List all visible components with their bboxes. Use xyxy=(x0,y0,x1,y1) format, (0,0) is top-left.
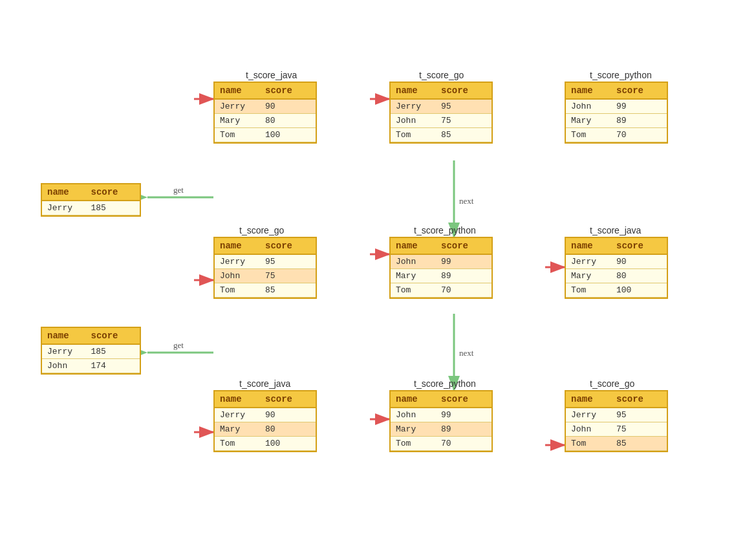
header-name: name xyxy=(571,394,616,404)
header-score: score xyxy=(91,331,135,341)
cell-score: 100 xyxy=(265,130,310,140)
label-t3-java: t_score_java xyxy=(239,378,290,389)
cell-score: 90 xyxy=(616,257,662,267)
cell-name: Jerry xyxy=(47,347,91,356)
cell-score: 70 xyxy=(441,285,486,295)
cell-score: 85 xyxy=(616,439,662,448)
cell-score: 75 xyxy=(265,271,310,281)
header-score: score xyxy=(265,85,310,96)
table-row: Tom 100 xyxy=(215,128,316,142)
header-name: name xyxy=(396,85,441,96)
header-score: score xyxy=(441,85,486,96)
table-t2-go: name score Jerry 95 John 75 Tom 85 xyxy=(213,237,317,299)
cell-score: 80 xyxy=(616,271,662,281)
table-row: John 75 xyxy=(566,422,667,437)
table-row: Mary 89 xyxy=(566,114,667,128)
table-t3-go: name score Jerry 95 John 75 Tom 85 xyxy=(565,390,668,452)
cell-score: 99 xyxy=(441,257,486,267)
table-t1-python: name score John 99 Mary 89 Tom 70 xyxy=(565,82,668,144)
svg-text:next: next xyxy=(459,196,474,206)
cell-score: 99 xyxy=(616,102,662,111)
cell-name: Tom xyxy=(220,439,265,448)
table-row: John 174 xyxy=(42,359,140,373)
cell-name: John xyxy=(571,102,616,111)
header-score: score xyxy=(265,394,310,404)
cell-score: 100 xyxy=(616,285,662,295)
cell-name: Jerry xyxy=(47,203,91,213)
header-score: score xyxy=(616,241,662,251)
cell-name: Jerry xyxy=(571,410,616,420)
cell-name: Jerry xyxy=(220,102,265,111)
table-row: John 75 xyxy=(391,114,491,128)
table-t1-java: name score Jerry 90 Mary 80 Tom 100 xyxy=(213,82,317,144)
table-row: Tom 100 xyxy=(215,437,316,451)
label-t2-go: t_score_go xyxy=(239,225,284,235)
cell-name: Jerry xyxy=(220,257,265,267)
cell-name: Mary xyxy=(571,116,616,126)
cell-score: 85 xyxy=(265,285,310,295)
header-score: score xyxy=(91,187,135,197)
label-t3-go: t_score_go xyxy=(590,378,634,389)
label-t3-python: t_score_python xyxy=(414,378,476,389)
table-row: Tom 85 xyxy=(215,283,316,298)
header-name: name xyxy=(396,241,441,251)
cell-score: 95 xyxy=(616,410,662,420)
header-name: name xyxy=(220,241,265,251)
header-name: name xyxy=(220,394,265,404)
cell-name: Tom xyxy=(396,285,441,295)
table-row: Jerry 90 xyxy=(215,100,316,114)
cell-score: 89 xyxy=(441,271,486,281)
cell-name: Tom xyxy=(396,439,441,448)
cell-name: John xyxy=(571,424,616,434)
table-row: Jerry 95 xyxy=(215,255,316,269)
label-t2-python: t_score_python xyxy=(414,225,476,235)
header-name: name xyxy=(220,85,265,96)
cell-score: 70 xyxy=(616,130,662,140)
table-row: Jerry 95 xyxy=(391,100,491,114)
table-row: Mary 89 xyxy=(391,269,491,283)
cell-score: 89 xyxy=(616,116,662,126)
table-row: Jerry 185 xyxy=(42,345,140,359)
table-row: Jerry 185 xyxy=(42,201,140,215)
result-table-2: name score Jerry 185 John 174 xyxy=(41,327,141,375)
cell-score: 80 xyxy=(265,116,310,126)
table-row: John 75 xyxy=(215,269,316,283)
label-t1-java: t_score_java xyxy=(246,70,297,80)
table-row: John 99 xyxy=(391,408,491,422)
cell-name: Mary xyxy=(220,116,265,126)
cell-name: John xyxy=(47,361,91,371)
cell-score: 185 xyxy=(91,347,135,356)
table-row: Tom 70 xyxy=(391,283,491,298)
table-row: John 99 xyxy=(566,100,667,114)
header-score: score xyxy=(441,394,486,404)
header-score: score xyxy=(616,85,662,96)
cell-score: 95 xyxy=(441,102,486,111)
cell-score: 90 xyxy=(265,410,310,420)
cell-score: 185 xyxy=(91,203,135,213)
cell-name: John xyxy=(220,271,265,281)
cell-score: 174 xyxy=(91,361,135,371)
cell-score: 99 xyxy=(441,410,486,420)
cell-name: Tom xyxy=(571,130,616,140)
cell-name: Mary xyxy=(396,271,441,281)
table-row: Mary 80 xyxy=(215,114,316,128)
cell-name: John xyxy=(396,116,441,126)
table-row: John 99 xyxy=(391,255,491,269)
cell-name: Tom xyxy=(220,285,265,295)
cell-score: 70 xyxy=(441,439,486,448)
svg-text:get: get xyxy=(173,185,184,195)
header-name: name xyxy=(396,394,441,404)
table-row: Tom 85 xyxy=(391,128,491,142)
table-t3-python: name score John 99 Mary 89 Tom 70 xyxy=(389,390,493,452)
cell-name: Mary xyxy=(571,271,616,281)
cell-name: Jerry xyxy=(220,410,265,420)
header-name: name xyxy=(47,187,91,197)
label-t1-python: t_score_python xyxy=(590,70,652,80)
cell-score: 100 xyxy=(265,439,310,448)
table-row: Jerry 95 xyxy=(566,408,667,422)
cell-name: Tom xyxy=(571,285,616,295)
svg-text:get: get xyxy=(173,340,184,350)
cell-name: John xyxy=(396,410,441,420)
table-t3-java: name score Jerry 90 Mary 80 Tom 100 xyxy=(213,390,317,452)
table-row: Jerry 90 xyxy=(215,408,316,422)
